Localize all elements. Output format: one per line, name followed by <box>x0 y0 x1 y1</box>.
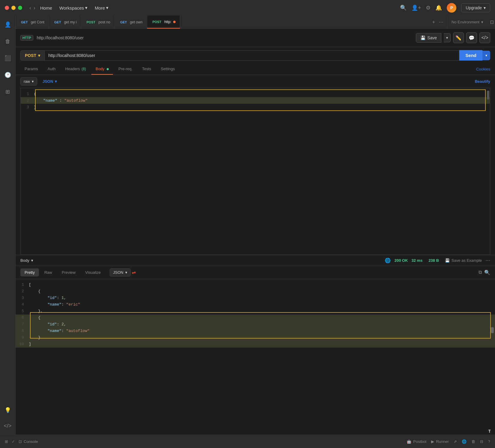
more-nav[interactable]: More ▾ <box>95 5 108 10</box>
sidebar-item-new-request[interactable]: 👤 <box>2 19 13 30</box>
tab-get-cont[interactable]: GET get Cont <box>16 16 49 28</box>
comment-icon-button[interactable]: 💬 <box>466 32 477 43</box>
response-toolbar: Body ▾ 🌐 200 OK 32 ms 238 B 💾 Save as Ex… <box>16 255 495 266</box>
status-bar-right: 🤖 Postbot ▶ Runner ⇗ 🌐 🗑 ⊟ ? <box>407 439 490 444</box>
cookies-link[interactable]: Cookies <box>476 67 490 71</box>
tab-method-badge: GET <box>20 20 29 24</box>
more-tabs-button[interactable]: ⋯ <box>437 18 445 26</box>
tab-post-http[interactable]: POST http: <box>147 16 180 28</box>
tab-params[interactable]: Params <box>20 64 42 75</box>
http-protocol-badge: HTTP <box>20 35 33 40</box>
request-code-editor[interactable]: 1 { 2 "name" : "autoflow" 3 <box>20 88 490 255</box>
response-scrollbar-handle[interactable] <box>491 327 494 333</box>
request-scrollbar[interactable] <box>487 91 489 100</box>
layout-button[interactable]: ⊟ <box>480 439 483 444</box>
resp-tab-pretty[interactable]: Pretty <box>20 268 39 276</box>
copy-response-button[interactable]: ⧉ <box>479 270 482 275</box>
tab-get-own[interactable]: GET get own <box>115 16 147 28</box>
sidebar-item-lightbulb[interactable]: 💡 <box>2 405 13 416</box>
tab-settings[interactable]: Settings <box>157 64 179 75</box>
sidebar-bottom: 💡 </> <box>2 405 13 431</box>
response-code-area[interactable]: 1 [ 2 { 3 "id": 1, <box>16 279 495 435</box>
resp-tab-preview[interactable]: Preview <box>58 268 80 276</box>
trash-button[interactable]: 🗑 <box>471 439 475 444</box>
sidebar-item-code[interactable]: </> <box>2 420 13 431</box>
notification-icon[interactable]: 🔔 <box>435 4 442 11</box>
response-body-selector[interactable]: Body ▾ <box>20 258 33 263</box>
postman-logo[interactable]: P <box>447 3 456 13</box>
tab-post-no[interactable]: POST post no <box>81 16 115 28</box>
code-icon-button[interactable]: </> <box>479 32 490 43</box>
titlebar-nav: Home Workspaces ▾ More ▾ <box>40 5 108 10</box>
sidebar-toggle-button[interactable]: ⊡ <box>489 16 495 28</box>
minimize-button[interactable] <box>11 6 16 10</box>
search-icon[interactable]: 🔍 <box>400 4 407 11</box>
response-more-button[interactable]: ⋯ <box>485 258 490 263</box>
req-line-2: 2 "name" : "autoflow" <box>21 97 490 104</box>
upgrade-button[interactable]: Upgrade ▾ <box>461 3 490 12</box>
tab-tests[interactable]: Tests <box>138 64 155 75</box>
method-selector[interactable]: POST ▾ <box>20 50 44 61</box>
wrap-button[interactable]: ⇌ <box>132 270 136 275</box>
url-input[interactable] <box>44 50 459 61</box>
runner-button[interactable]: ▶ Runner <box>431 439 449 444</box>
response-toolbar-icons: ⧉ 🔍 <box>479 270 490 275</box>
env-selector[interactable]: No Environment ▾ <box>447 16 488 28</box>
save-dropdown-button[interactable]: ▾ <box>444 33 451 42</box>
tab-label: get my i <box>64 20 77 24</box>
workspaces-nav[interactable]: Workspaces ▾ <box>59 5 87 10</box>
postbot-button[interactable]: 🤖 Postbot <box>407 439 426 444</box>
resp-line-6: 6 { <box>16 315 495 321</box>
sidebar-item-workspaces[interactable]: 🕐 <box>2 70 13 80</box>
sidebar-item-history[interactable]: 🗑 <box>2 36 13 47</box>
save-button[interactable]: 💾 Save <box>416 33 441 43</box>
status-check-button[interactable]: ✓ <box>12 439 15 444</box>
tab-body[interactable]: Body <box>91 64 113 75</box>
grid-view-button[interactable]: ⊞ <box>5 439 8 444</box>
tab-label: http: <box>165 20 171 24</box>
sidebar-item-collections[interactable]: ⬛ <box>2 53 13 64</box>
beautify-button[interactable]: Beautify <box>475 79 490 84</box>
link-button[interactable]: ⇗ <box>454 439 457 444</box>
tab-get-my[interactable]: GET get my i <box>49 16 81 28</box>
search-response-button[interactable]: 🔍 <box>484 270 490 275</box>
body-json-selector[interactable]: JSON ▾ <box>40 78 60 85</box>
tab-label: get own <box>130 20 143 24</box>
home-nav[interactable]: Home <box>40 5 52 10</box>
body-format-selector[interactable]: raw ▾ <box>20 77 37 85</box>
content-wrapper: GET get Cont GET get my i POST post no G… <box>16 16 495 435</box>
add-tab-button[interactable]: + <box>431 18 436 26</box>
forward-button[interactable]: › <box>34 5 35 11</box>
titlebar-icons: 🔍 👤+ ⚙ 🔔 P Upgrade ▾ <box>400 3 490 13</box>
send-button[interactable]: Send <box>459 50 482 61</box>
response-section: Body ▾ 🌐 200 OK 32 ms 238 B 💾 Save as Ex… <box>16 255 495 435</box>
settings-icon[interactable]: ⚙ <box>426 4 431 11</box>
save-example-button[interactable]: 💾 Save as Example <box>445 258 482 263</box>
request-url-title: http://localhost:8080/user <box>37 35 412 40</box>
content-area: HTTP http://localhost:8080/user 💾 Save ▾… <box>16 29 495 435</box>
add-collaborator-icon[interactable]: 👤+ <box>411 4 421 11</box>
send-dropdown-button[interactable]: ▾ <box>482 51 490 60</box>
resp-line-10: 10 ] <box>16 341 495 348</box>
console-button[interactable]: ⊡ Console <box>19 439 38 444</box>
tab-auth[interactable]: Auth <box>43 64 60 75</box>
tabs-actions: + ⋯ <box>428 16 447 28</box>
resp-format-selector[interactable]: JSON ▾ <box>110 268 131 276</box>
resp-line-4: 4 "name": "eric" <box>16 301 495 308</box>
sidebar-item-monitor[interactable]: ⊞ <box>2 86 13 97</box>
back-button[interactable]: ‹ <box>29 5 31 11</box>
maximize-button[interactable] <box>18 6 22 10</box>
help-button[interactable]: ? <box>488 439 490 444</box>
resp-tab-raw[interactable]: Raw <box>40 268 56 276</box>
status-bar: ⊞ ✓ ⊡ Console 🤖 Postbot ▶ Runner ⇗ 🌐 🗑 ⊟… <box>0 435 495 448</box>
response-code-lines: 1 [ 2 { 3 "id": 1, <box>16 279 495 350</box>
globe-button[interactable]: 🌐 <box>462 439 467 444</box>
resp-line-2: 2 { <box>16 288 495 295</box>
close-button[interactable] <box>5 6 9 10</box>
tab-prereq[interactable]: Pre-req. <box>114 64 137 75</box>
tab-headers[interactable]: Headers (8) <box>61 64 90 75</box>
edit-icon-button[interactable]: ✏️ <box>453 32 464 43</box>
resp-tab-visualize[interactable]: Visualize <box>81 268 105 276</box>
tabs-bar: GET get Cont GET get my i POST post no G… <box>16 16 495 29</box>
response-status: 200 OK <box>394 258 408 263</box>
